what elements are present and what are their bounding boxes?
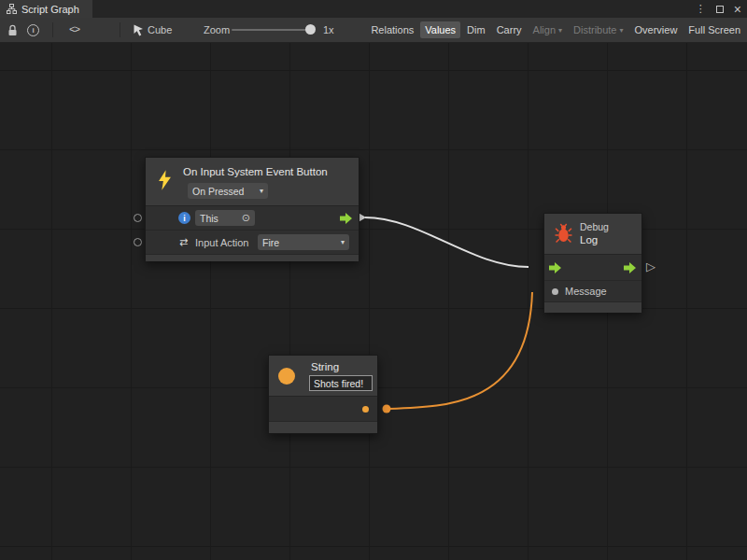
carry-button[interactable]: Carry xyxy=(492,21,527,38)
debug-node-title: Log xyxy=(580,234,598,245)
input-action-value: Fire xyxy=(262,237,279,248)
bug-icon xyxy=(555,223,572,244)
node-string-literal[interactable]: String Shots fired! xyxy=(268,355,378,434)
string-output-row xyxy=(269,397,377,422)
message-input-port[interactable] xyxy=(552,288,558,295)
distribute-button[interactable]: Distribute▾ xyxy=(569,21,627,38)
cursor-icon xyxy=(134,18,144,42)
message-label: Message xyxy=(565,286,607,297)
debug-node-subtitle: Debug xyxy=(580,221,609,232)
string-value: Shots fired! xyxy=(314,378,363,389)
event-node-footer xyxy=(146,255,359,261)
toolbar-separator xyxy=(120,22,120,37)
toolbar-separator xyxy=(52,22,53,37)
dim-button[interactable]: Dim xyxy=(462,21,490,38)
lock-icon[interactable] xyxy=(7,18,18,42)
zoom-label: Zoom xyxy=(204,18,230,42)
event-mode-dropdown[interactable]: On Pressed ▾ xyxy=(188,183,268,199)
window-menu-icon[interactable]: ⋮ xyxy=(696,4,706,14)
this-target-field[interactable]: This ⊙ xyxy=(195,210,255,226)
event-node-title: On Input System Event Button xyxy=(183,166,328,177)
zoom-slider-track[interactable] xyxy=(232,29,312,31)
event-mode-value: On Pressed xyxy=(192,186,244,197)
unity-script-graph-window: Script Graph ⋮ × i <> Cube xyxy=(0,0,747,560)
debug-message-row: Message xyxy=(544,281,641,302)
event-exec-output-port[interactable] xyxy=(340,213,353,224)
align-button[interactable]: Align▾ xyxy=(529,21,567,38)
title-bar: Script Graph ⋮ × xyxy=(0,0,747,18)
event-input-port[interactable] xyxy=(134,238,142,246)
zoom-value: 1x xyxy=(323,18,334,42)
info-icon[interactable]: i xyxy=(27,18,39,42)
debug-exec-input-port[interactable] xyxy=(549,262,562,273)
close-icon[interactable]: × xyxy=(734,3,741,16)
string-value-input[interactable]: Shots fired! xyxy=(309,375,373,391)
event-this-row: i This ⊙ xyxy=(146,206,359,231)
flow-continue-triangle[interactable]: ▷ xyxy=(646,260,655,273)
overview-button[interactable]: Overview xyxy=(630,21,683,38)
event-node-header: On Input System Event Button On Pressed … xyxy=(146,158,359,206)
this-label: This xyxy=(200,213,218,224)
relations-button[interactable]: Relations xyxy=(366,21,418,38)
event-input-port[interactable] xyxy=(134,214,142,222)
chevron-down-icon: ▾ xyxy=(558,26,562,35)
target-picker-icon[interactable]: ⊙ xyxy=(242,212,250,224)
maximize-icon[interactable] xyxy=(716,6,724,13)
debug-flow-row xyxy=(544,255,641,281)
code-view-icon[interactable]: <> xyxy=(69,18,79,42)
string-output-port[interactable] xyxy=(362,406,369,413)
values-button[interactable]: Values xyxy=(420,21,460,38)
string-type-icon xyxy=(278,368,295,385)
value-wire-start-dot[interactable] xyxy=(383,405,391,413)
chevron-down-icon: ▾ xyxy=(255,187,263,195)
input-action-icon: ⇄ xyxy=(179,237,188,247)
debug-exec-output-port[interactable] xyxy=(624,262,637,273)
toolbar-buttons: Relations Values Dim Carry Align▾ Distri… xyxy=(366,18,745,42)
graph-icon xyxy=(7,4,17,14)
node-on-input-system-event-button[interactable]: On Input System Event Button On Pressed … xyxy=(145,157,359,261)
this-info-icon: i xyxy=(178,212,190,224)
window-controls: ⋮ × xyxy=(696,0,741,18)
tab-script-graph[interactable]: Script Graph xyxy=(0,0,92,18)
string-node-title: String xyxy=(311,361,339,372)
chevron-down-icon: ▾ xyxy=(336,238,345,246)
input-action-label: Input Action xyxy=(195,237,249,248)
debug-node-header: Debug Log xyxy=(544,214,641,255)
tab-title: Script Graph xyxy=(21,4,79,15)
node-debug-log[interactable]: Debug Log Message xyxy=(543,213,642,313)
event-action-row: ⇄ Input Action Fire ▾ xyxy=(146,231,359,255)
zoom-slider-handle[interactable] xyxy=(305,24,316,35)
fullscreen-button[interactable]: Full Screen xyxy=(684,21,745,38)
exec-wire[interactable] xyxy=(365,217,529,267)
debug-node-footer xyxy=(544,302,641,313)
chevron-down-icon: ▾ xyxy=(620,26,624,35)
graph-canvas[interactable]: On Input System Event Button On Pressed … xyxy=(0,43,747,560)
target-object-label[interactable]: Cube xyxy=(148,18,172,42)
lightning-icon xyxy=(158,170,172,190)
string-node-header: String Shots fired! xyxy=(269,356,377,397)
graph-toolbar: i <> Cube Zoom 1x Relations Values Dim C… xyxy=(0,18,747,43)
value-wire[interactable] xyxy=(387,292,532,409)
input-action-dropdown[interactable]: Fire ▾ xyxy=(258,234,349,250)
string-node-footer xyxy=(269,422,377,433)
